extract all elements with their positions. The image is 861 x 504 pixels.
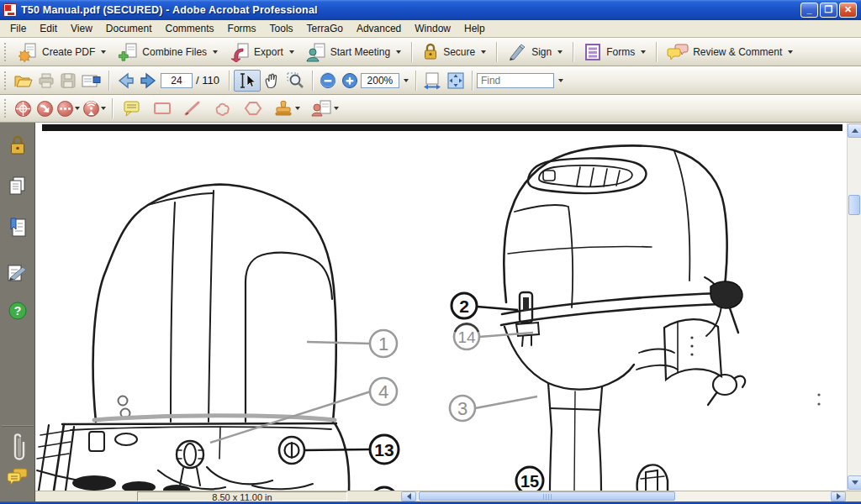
dropdown-arrow-icon — [481, 50, 486, 54]
terrago-dashed-line-button[interactable] — [55, 97, 82, 119]
scroll-down-button[interactable] — [848, 475, 861, 490]
scroll-right-button[interactable] — [831, 491, 846, 501]
dropdown-arrow-icon — [295, 107, 300, 110]
callout-2-label: 2 — [459, 297, 469, 316]
open-folder-icon — [13, 72, 34, 89]
acrobat-pdf-app-icon — [3, 3, 17, 17]
menu-advanced[interactable]: Advanced — [350, 21, 408, 36]
export-button[interactable]: Export — [224, 40, 300, 64]
bookmarks-panel-button[interactable] — [8, 217, 28, 244]
open-button[interactable] — [12, 70, 35, 92]
title-bar: T50 Manual.pdf (SECURED) - Adobe Acrobat… — [0, 0, 861, 20]
menu-file[interactable]: File — [3, 21, 33, 36]
bookmarks-icon — [8, 217, 28, 240]
next-page-button[interactable] — [137, 70, 161, 92]
menu-terrago[interactable]: TerraGo — [300, 21, 350, 36]
pencil-tool-button[interactable] — [181, 97, 204, 119]
terrago-target-button[interactable] — [12, 97, 34, 119]
previous-page-button[interactable] — [114, 70, 137, 92]
menu-comments[interactable]: Comments — [159, 21, 221, 36]
menu-forms[interactable]: Forms — [221, 21, 263, 36]
next-page-arrow-icon — [139, 71, 159, 90]
comments-bubbles-icon — [7, 467, 29, 487]
secure-button[interactable]: Secure — [416, 40, 492, 64]
find-dropdown-button[interactable] — [554, 70, 566, 92]
previous-page-arrow-icon — [115, 71, 135, 90]
status-bar: 8.50 x 11.00 in — [35, 491, 861, 501]
how-to-panel-button[interactable]: ? — [8, 301, 28, 324]
horizontal-scrollbar[interactable] — [418, 491, 831, 501]
zoom-dropdown-button[interactable] — [399, 70, 411, 92]
stamp-tool-button[interactable] — [272, 97, 302, 119]
menu-document[interactable]: Document — [99, 21, 159, 36]
toolbar-grip[interactable] — [3, 71, 8, 90]
chevron-right-icon — [837, 493, 841, 500]
pages-panel-button[interactable] — [8, 175, 28, 202]
dropdown-arrow-icon — [558, 79, 563, 82]
review-comment-icon — [667, 42, 689, 62]
menu-view[interactable]: View — [64, 21, 99, 36]
marquee-zoom-icon — [286, 71, 306, 90]
sticky-note-button[interactable] — [120, 97, 144, 119]
toolbar-separator — [312, 71, 313, 91]
horizontal-scroll-thumb[interactable] — [419, 491, 675, 501]
fit-width-button[interactable] — [420, 70, 444, 92]
cloud-tool-icon — [213, 99, 233, 118]
find-input[interactable] — [477, 73, 554, 88]
svg-text:?: ? — [13, 304, 21, 318]
polygon-tool-button[interactable] — [241, 97, 265, 119]
cloud-tool-button[interactable] — [211, 97, 235, 119]
current-page-input[interactable] — [161, 73, 193, 88]
sign-button[interactable]: Sign — [501, 40, 568, 64]
attachments-panel-button[interactable] — [9, 432, 26, 469]
send-for-review-button[interactable] — [309, 97, 341, 119]
printer-icon — [37, 72, 55, 89]
email-button[interactable] — [79, 70, 104, 92]
vertical-scroll-thumb[interactable] — [848, 195, 860, 215]
combine-files-button[interactable]: Combine Files — [112, 40, 224, 64]
dropdown-arrow-icon — [289, 50, 294, 54]
toolbar-grip[interactable] — [3, 99, 8, 118]
scroll-left-button[interactable] — [401, 491, 416, 501]
comments-panel-button[interactable] — [7, 467, 29, 491]
terrago-geo-beacon-button[interactable] — [82, 97, 108, 119]
signatures-icon — [6, 262, 29, 284]
chevron-left-icon — [407, 493, 411, 500]
save-button-disabled[interactable] — [57, 70, 79, 92]
security-panel-button[interactable] — [8, 134, 27, 160]
markup-toolbar — [0, 95, 861, 123]
zoom-in-button[interactable] — [339, 70, 361, 92]
sign-icon — [507, 42, 527, 62]
fit-page-button[interactable] — [444, 70, 467, 92]
print-button-disabled[interactable] — [35, 70, 57, 92]
forms-button[interactable]: Forms — [578, 40, 652, 64]
zoom-level-value[interactable]: 200% — [361, 73, 399, 88]
rectangle-tool-button[interactable] — [151, 97, 174, 119]
signatures-panel-button[interactable] — [6, 262, 29, 287]
restore-button[interactable]: ❐ — [820, 3, 837, 18]
create-pdf-button[interactable]: Create PDF — [12, 40, 112, 64]
start-meeting-button[interactable]: Start Meeting — [300, 40, 407, 64]
toolbar-grip[interactable] — [3, 43, 8, 61]
hand-tool-button[interactable] — [261, 70, 284, 92]
terrago-target-icon — [15, 101, 31, 117]
callout-1-label: 1 — [378, 333, 388, 354]
panel-divider — [2, 425, 34, 426]
marquee-zoom-button[interactable] — [284, 70, 308, 92]
zoom-out-icon — [319, 71, 337, 90]
minimize-button[interactable]: _ — [800, 3, 818, 18]
close-button[interactable]: ✕ — [839, 3, 857, 18]
menu-tools[interactable]: Tools — [263, 21, 300, 36]
select-tool-button[interactable] — [234, 70, 261, 92]
scroll-up-button[interactable] — [848, 123, 861, 138]
menu-help[interactable]: Help — [457, 21, 492, 36]
terrago-export-button[interactable] — [34, 97, 55, 119]
menu-edit[interactable]: Edit — [33, 21, 64, 36]
zoom-out-button[interactable] — [317, 70, 339, 92]
menu-window[interactable]: Window — [408, 21, 457, 36]
sticky-note-icon — [122, 99, 142, 118]
thumb-grip-icon — [542, 494, 552, 500]
vertical-scrollbar[interactable] — [847, 123, 861, 491]
review-comment-button[interactable]: Review & Comment — [661, 40, 799, 64]
paperclip-icon — [9, 432, 26, 465]
